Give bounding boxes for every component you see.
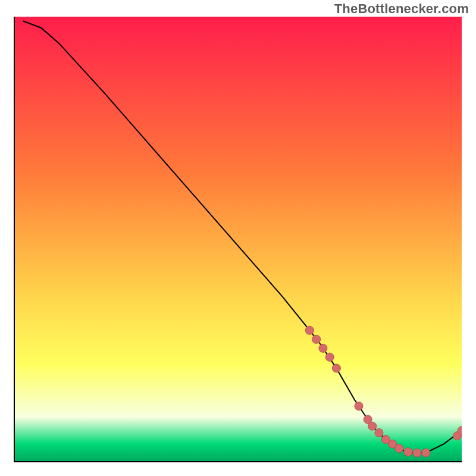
marker-dot: [413, 449, 421, 457]
marker-dot: [458, 427, 466, 435]
gradient-background: [14, 17, 462, 462]
marker-dot: [395, 444, 403, 453]
plot-svg: [0, 0, 476, 476]
watermark-text: TheBottleneсker.com: [334, 1, 469, 17]
marker-dot: [312, 335, 321, 343]
marker-dot: [325, 353, 334, 361]
marker-dot: [404, 448, 412, 456]
chart-stage: TheBottleneсker.com: [0, 0, 476, 476]
marker-dot: [375, 428, 383, 437]
marker-dot: [355, 402, 363, 411]
marker-dot: [368, 422, 377, 430]
marker-dot: [319, 344, 327, 352]
marker-dot: [332, 364, 340, 372]
marker-dot: [305, 326, 314, 334]
marker-dot: [422, 449, 430, 457]
